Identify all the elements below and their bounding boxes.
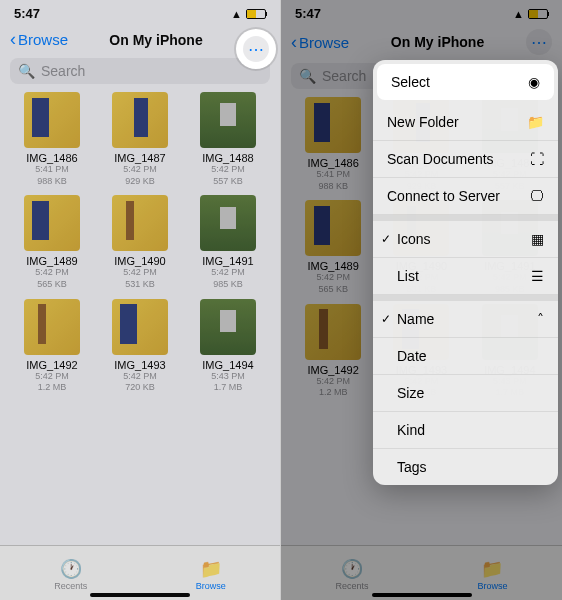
tab-browse[interactable]: 📁Browse [477, 558, 507, 591]
tab-browse[interactable]: 📁Browse [196, 558, 226, 591]
chevron-up-icon: ˄ [537, 311, 544, 327]
file-time: 5:42 PM [98, 164, 182, 176]
tab-recents[interactable]: 🕐Recents [335, 558, 368, 591]
status-right: ▲ [513, 8, 548, 20]
menu-view-icons[interactable]: ✓ Icons ▦ [373, 221, 558, 258]
file-item[interactable]: IMG_1491 5:42 PM 985 KB [186, 195, 270, 290]
page-title: On My iPhone [109, 32, 202, 48]
files-grid-left: IMG_1486 5:41 PM 988 KB IMG_1487 5:42 PM… [0, 92, 280, 394]
phone-left: 5:47 ▲ ‹Browse On My iPhone ⋯ 🔍 Search I… [0, 0, 281, 600]
file-size: 988 KB [291, 181, 375, 193]
file-size: 565 KB [291, 284, 375, 296]
search-input[interactable]: 🔍 Search [10, 58, 270, 84]
file-item[interactable]: IMG_1493 5:42 PM 720 KB [98, 299, 182, 394]
list-icon: ☰ [531, 268, 544, 284]
file-time: 5:42 PM [10, 371, 94, 383]
menu-select[interactable]: Select ◉ [377, 64, 554, 100]
file-item[interactable]: IMG_1490 5:42 PM 531 KB [98, 195, 182, 290]
file-item[interactable]: IMG_1488 5:42 PM 557 KB [186, 92, 270, 187]
menu-connect-server[interactable]: Connect to Server 🖵 [373, 178, 558, 215]
menu-view-list[interactable]: List ☰ [373, 258, 558, 295]
grid-icon: ▦ [531, 231, 544, 247]
tab-recents[interactable]: 🕐Recents [54, 558, 87, 591]
phone-right: 5:47 ▲ ‹Browse On My iPhone ⋯ 🔍 Search I… [281, 0, 562, 600]
file-time: 5:42 PM [291, 272, 375, 284]
file-name: IMG_1488 [186, 152, 270, 164]
chevron-left-icon: ‹ [10, 29, 16, 50]
file-size: 988 KB [10, 176, 94, 188]
status-bar: 5:47 ▲ [281, 0, 562, 23]
server-icon: 🖵 [530, 188, 544, 204]
menu-sort-tags[interactable]: Tags [373, 449, 558, 485]
menu-sort-name[interactable]: ✓ Name ˄ [373, 301, 558, 338]
status-time: 5:47 [295, 6, 321, 21]
back-button[interactable]: ‹Browse [10, 29, 68, 50]
file-size: 929 KB [98, 176, 182, 188]
more-button-highlight[interactable]: ⋯ [236, 29, 276, 69]
file-name: IMG_1492 [10, 359, 94, 371]
thumbnail-icon [200, 195, 256, 251]
more-button[interactable]: ⋯ [526, 29, 552, 55]
tab-bar: 🕐Recents 📁Browse [0, 545, 280, 600]
wifi-icon: ▲ [513, 8, 524, 20]
folder-plus-icon: 📁 [527, 114, 544, 130]
menu-sort-date[interactable]: Date [373, 338, 558, 375]
thumbnail-icon [305, 97, 361, 153]
file-item[interactable]: IMG_1494 5:43 PM 1.7 MB [186, 299, 270, 394]
thumbnail-icon [112, 195, 168, 251]
menu-scan-documents[interactable]: Scan Documents ⛶ [373, 141, 558, 178]
file-time: 5:42 PM [10, 267, 94, 279]
file-size: 1.7 MB [186, 382, 270, 394]
file-time: 5:42 PM [98, 267, 182, 279]
file-item[interactable]: IMG_1489 5:42 PM 565 KB [10, 195, 94, 290]
file-name: IMG_1489 [291, 260, 375, 272]
file-time: 5:41 PM [10, 164, 94, 176]
file-size: 1.2 MB [10, 382, 94, 394]
status-bar: 5:47 ▲ [0, 0, 280, 23]
checkmark-icon: ✓ [379, 232, 393, 246]
thumbnail-icon [24, 195, 80, 251]
menu-sort-size[interactable]: Size [373, 375, 558, 412]
file-size: 985 KB [186, 279, 270, 291]
checkmark-icon: ✓ [379, 312, 393, 326]
file-size: 531 KB [98, 279, 182, 291]
file-name: IMG_1486 [10, 152, 94, 164]
file-size: 557 KB [186, 176, 270, 188]
thumbnail-icon [200, 92, 256, 148]
chevron-left-icon: ‹ [291, 32, 297, 53]
file-item[interactable]: IMG_1486 5:41 PM 988 KB [10, 92, 94, 187]
file-item[interactable]: IMG_1492 5:42 PM 1.2 MB [291, 304, 375, 399]
thumbnail-icon [305, 200, 361, 256]
file-name: IMG_1486 [291, 157, 375, 169]
menu-sort-kind[interactable]: Kind [373, 412, 558, 449]
folder-icon: 📁 [196, 558, 226, 580]
back-button[interactable]: ‹Browse [291, 32, 349, 53]
tab-bar: 🕐Recents 📁Browse [281, 545, 562, 600]
clock-icon: 🕐 [335, 558, 368, 580]
clock-icon: 🕐 [54, 558, 87, 580]
file-time: 5:43 PM [186, 371, 270, 383]
status-time: 5:47 [14, 6, 40, 21]
home-indicator[interactable] [90, 593, 190, 597]
menu-new-folder[interactable]: New Folder 📁 [373, 104, 558, 141]
file-size: 720 KB [98, 382, 182, 394]
file-name: IMG_1487 [98, 152, 182, 164]
thumbnail-icon [24, 299, 80, 355]
file-item[interactable]: IMG_1486 5:41 PM 988 KB [291, 97, 375, 192]
file-item[interactable]: IMG_1487 5:42 PM 929 KB [98, 92, 182, 187]
file-name: IMG_1490 [98, 255, 182, 267]
page-title: On My iPhone [391, 34, 484, 50]
file-time: 5:41 PM [291, 169, 375, 181]
file-item[interactable]: IMG_1492 5:42 PM 1.2 MB [10, 299, 94, 394]
file-time: 5:42 PM [186, 164, 270, 176]
file-item[interactable]: IMG_1489 5:42 PM 565 KB [291, 200, 375, 295]
file-name: IMG_1494 [186, 359, 270, 371]
scan-icon: ⛶ [530, 151, 544, 167]
search-icon: 🔍 [18, 63, 35, 79]
thumbnail-icon [24, 92, 80, 148]
home-indicator[interactable] [372, 593, 472, 597]
file-name: IMG_1489 [10, 255, 94, 267]
thumbnail-icon [112, 299, 168, 355]
context-menu: Select ◉ New Folder 📁 Scan Documents ⛶ C… [373, 60, 558, 485]
thumbnail-icon [112, 92, 168, 148]
